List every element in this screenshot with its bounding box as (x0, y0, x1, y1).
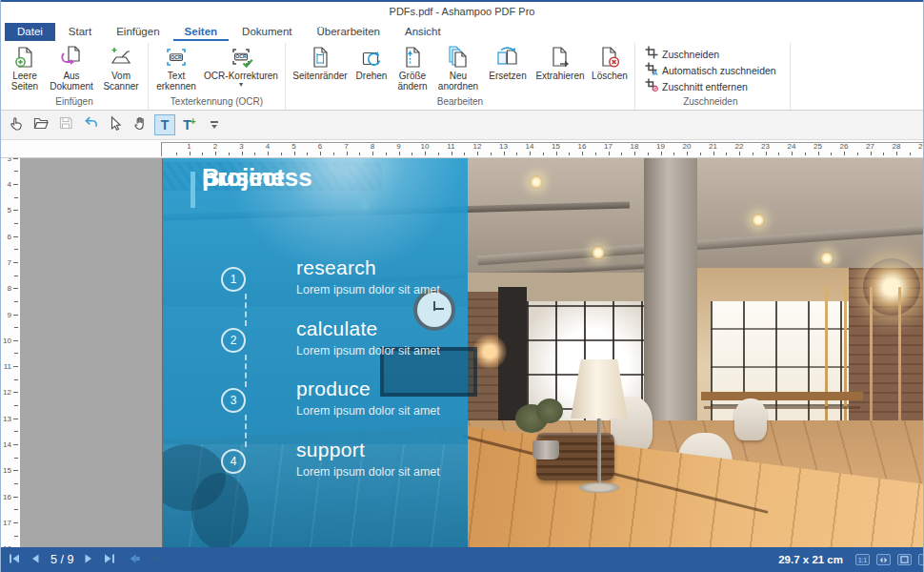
zoom-fit-width-button[interactable] (876, 554, 891, 565)
ruler-h-number: 7 (339, 142, 354, 151)
ruler-h-tick (778, 153, 779, 155)
ribbon-group-bearbeiten: Seitenränder Drehen (286, 43, 635, 110)
tab-einfuegen[interactable]: Einfügen (105, 23, 171, 41)
page-navigation: 5 / 9 (1, 551, 163, 568)
tab-ueberarbeiten[interactable]: Überarbeiten (306, 23, 392, 41)
pan-tool[interactable] (130, 114, 151, 135)
hand-pointer-tool[interactable] (6, 114, 27, 135)
seitenraender-button[interactable]: Seitenränder (291, 44, 350, 82)
step-number-2: 2 (221, 328, 246, 353)
zuschneiden-button[interactable]: Zuschneiden (645, 47, 776, 62)
add-text-tool[interactable]: T+ (179, 114, 200, 135)
ruler-horizontal: 1234567891011121314151617181920212223242… (1, 140, 923, 158)
ruler-h-tick (530, 152, 531, 155)
neu-anordnen-label: Neu anordnen (436, 71, 480, 92)
tab-start[interactable]: Start (57, 23, 103, 41)
loeschen-button[interactable]: Löschen (590, 44, 630, 82)
ruler-h-number: 1 (182, 142, 197, 151)
chevron-down-icon[interactable]: ▾ (239, 81, 243, 88)
open-file-button[interactable] (30, 114, 51, 135)
ruler-h-tick (582, 152, 583, 155)
photo-spotlight (752, 214, 765, 227)
ruler-v-tick (13, 366, 18, 367)
vom-scanner-label: Vom Scanner (101, 71, 141, 92)
save-button[interactable] (55, 114, 76, 135)
zoom-actual-size-button[interactable]: 1:1 (855, 554, 870, 565)
next-view-button[interactable] (150, 551, 163, 568)
automatisch-zuschneiden-button[interactable]: A Automatisch zuschneiden (645, 63, 776, 78)
extrahieren-button[interactable]: Extrahieren (533, 44, 587, 82)
step-title-2: calculate (296, 317, 378, 340)
last-page-button[interactable] (103, 551, 115, 568)
select-tool[interactable] (105, 114, 126, 135)
tab-datei[interactable]: Datei (5, 23, 55, 41)
ruler-h-tick (883, 153, 884, 155)
step-number-1: 1 (221, 267, 246, 292)
hand-pointer-icon (8, 114, 25, 135)
ruler-h-tick (202, 153, 203, 155)
tab-seiten[interactable]: Seiten (173, 23, 230, 41)
toolbar-overflow-icon (211, 121, 218, 129)
ruler-v-number: 12 (2, 388, 11, 397)
ruler-h-number: 3 (234, 142, 250, 151)
ruler-h-tick (347, 152, 348, 155)
ruler-h-tick (333, 153, 334, 155)
save-icon (57, 114, 74, 135)
group-label-zuschneiden: Zuschneiden (645, 96, 776, 110)
page-size-label: 29.7 x 21 cm (778, 554, 843, 565)
extrahieren-label: Extrahieren (535, 71, 584, 81)
page-current: 5 (50, 553, 57, 566)
ruler-h-tick (621, 153, 622, 155)
ersetzen-button[interactable]: Ersetzen (485, 44, 531, 82)
ruler-h-tick (556, 152, 557, 155)
tab-ansicht[interactable]: Ansicht (393, 23, 452, 41)
undo-button[interactable] (80, 114, 101, 135)
ruler-h-number: 18 (627, 142, 642, 151)
ruler-h-tick (491, 153, 492, 155)
photo-wall-lamp (472, 335, 507, 369)
ruler-h-tick (923, 152, 924, 155)
seitenraender-label: Seitenränder (292, 71, 347, 81)
zuschneiden-label: Zuschneiden (662, 49, 719, 60)
leere-seiten-button[interactable]: Leere Seiten (6, 44, 44, 92)
text-tool[interactable]: T (154, 114, 175, 135)
zoom-extra-button[interactable] (918, 554, 924, 565)
ruler-h-number: 24 (784, 142, 799, 151)
zoom-fit-page-button[interactable] (897, 554, 912, 565)
ribbon-group-zuschneiden: Zuschneiden A Automatisch zuschneiden (635, 43, 791, 110)
vom-scanner-button[interactable]: Vom Scanner (99, 44, 143, 92)
next-page-button[interactable] (84, 551, 94, 568)
text-erkennen-button[interactable]: OCR Text erkennen (153, 44, 199, 92)
neu-anordnen-button[interactable]: Neu anordnen (434, 44, 482, 92)
ruler-v-number: 5 (2, 206, 11, 214)
document-page[interactable]: Business project 1 research Lorem ipsum … (163, 158, 924, 547)
document-canvas[interactable]: Business project 1 research Lorem ipsum … (20, 158, 924, 547)
aus-dokument-button[interactable]: Aus Dokument (47, 44, 96, 92)
ruler-h-tick (766, 152, 767, 155)
ruler-v-tick (13, 210, 18, 211)
previous-view-button[interactable] (128, 551, 141, 568)
app-window: PDFs.pdf - Ashampoo PDF Pro Datei Start … (0, 0, 924, 572)
toolbar-overflow-button[interactable] (204, 114, 225, 135)
ruler-h-number: 6 (312, 142, 328, 151)
groesse-aendern-button[interactable]: Größe ändern (393, 44, 432, 92)
ocr-korrekturen-button[interactable]: OCR OCR-Korrekturen ▾ (202, 44, 280, 89)
ruler-h-number: 13 (496, 142, 512, 151)
ribbon-tabs: Datei Start Einfügen Seiten Dokument Übe… (1, 21, 923, 43)
ruler-h-number: 9 (392, 142, 407, 151)
ruler-v-tick (14, 249, 18, 250)
zuschnitt-entfernen-button[interactable]: Zuschnitt entfernen (645, 79, 776, 94)
ruler-v-number: 14 (2, 440, 11, 449)
select-arrow-icon (107, 114, 124, 135)
plus-icon: + (191, 116, 196, 127)
first-page-button[interactable] (9, 551, 21, 568)
tab-dokument[interactable]: Dokument (231, 23, 303, 41)
ruler-h-number: 5 (287, 142, 302, 151)
ruler-h-tick (412, 153, 412, 155)
ruler-h-tick (464, 153, 465, 155)
ruler-h-number: 2 (208, 142, 223, 151)
step-subtitle-2: Lorem ipsum dolor sit amet (296, 344, 440, 358)
drehen-button[interactable]: Drehen (352, 44, 391, 82)
previous-page-button[interactable] (30, 551, 40, 568)
ribbon-group-einfuegen: Leere Seiten Aus Dokument (1, 43, 149, 110)
